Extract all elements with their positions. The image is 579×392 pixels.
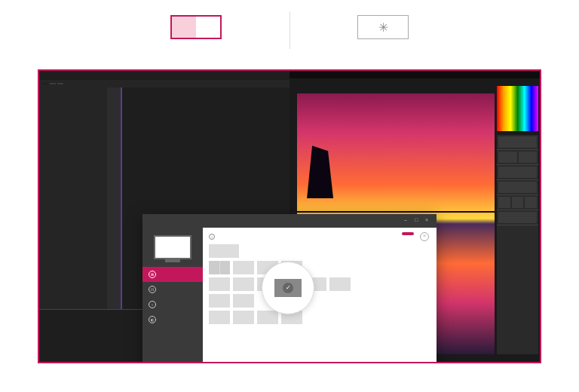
- split-icon: ⊞: [149, 271, 156, 278]
- spinner-icon: ✳: [378, 20, 388, 35]
- info-icon: i: [209, 234, 215, 240]
- apply-button[interactable]: [402, 232, 414, 235]
- dialog-titlebar[interactable]: – □ ×: [142, 214, 437, 228]
- game-icon: ◐: [149, 316, 156, 323]
- ide-tab[interactable]: [57, 83, 63, 84]
- close-icon[interactable]: ×: [423, 217, 430, 225]
- settings-icon: ⊡: [149, 286, 156, 293]
- layout-3split[interactable]: [329, 277, 351, 291]
- osc-sidebar: ⊞ ⊡ ○ ◐: [142, 228, 203, 363]
- tab-loading[interactable]: ✳: [357, 15, 409, 39]
- ide-tab-bar: [39, 80, 290, 87]
- ide-titlebar: [39, 71, 290, 80]
- layout-2split[interactable]: [233, 261, 254, 274]
- layout-4split[interactable]: [233, 294, 254, 308]
- magnifier-highlight: ✓: [262, 262, 314, 314]
- check-icon: ✓: [283, 283, 293, 293]
- maximize-icon[interactable]: □: [412, 217, 420, 225]
- layout-full[interactable]: [209, 244, 239, 258]
- nav-monitor-settings[interactable]: ⊡: [142, 282, 203, 297]
- ide-tab[interactable]: [50, 83, 56, 84]
- monitor-preview: – □ × ⊞ ⊡ ○ ◐: [38, 69, 541, 363]
- onscreen-control-dialog: – □ × ⊞ ⊡ ○ ◐: [142, 214, 437, 363]
- nav-game-mode[interactable]: ◐: [142, 312, 203, 327]
- layout-pip[interactable]: [209, 311, 230, 324]
- color-palette[interactable]: [497, 86, 538, 131]
- nav-screen-split[interactable]: ⊞: [142, 267, 203, 282]
- content-close-icon[interactable]: ×: [420, 232, 429, 241]
- layout-3split[interactable]: [209, 277, 230, 291]
- tree-item[interactable]: [41, 134, 106, 136]
- photo-titlebar: [290, 71, 540, 78]
- layout-pip[interactable]: [233, 311, 254, 324]
- nav-app-presets[interactable]: ○: [142, 297, 203, 312]
- presets-icon: ○: [149, 301, 156, 308]
- ide-tab[interactable]: [42, 83, 48, 84]
- osc-content: i ×: [203, 228, 437, 363]
- feature-tabs: ✳: [0, 0, 579, 69]
- monitor-icon: [154, 235, 191, 259]
- photo-panels[interactable]: [497, 135, 538, 354]
- minimize-icon[interactable]: –: [402, 217, 409, 225]
- layout-pip[interactable]: [257, 311, 278, 324]
- layout-3split[interactable]: [233, 277, 254, 291]
- layout-4split[interactable]: [209, 294, 230, 308]
- tab-screen-split[interactable]: [170, 15, 222, 39]
- layout-2split[interactable]: [209, 261, 230, 274]
- selected-layout-icon: ✓: [274, 279, 302, 297]
